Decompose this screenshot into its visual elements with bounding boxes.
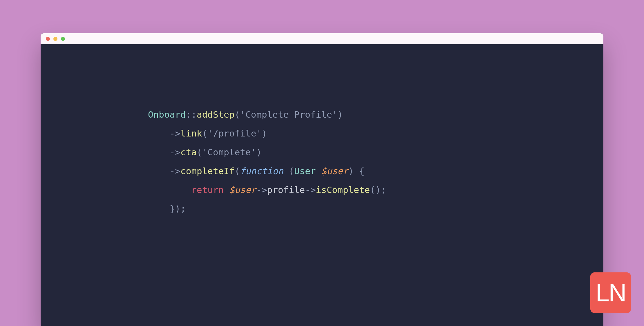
- token-quote: ': [256, 128, 262, 139]
- code-line: Onboard::addStep('Complete Profile'): [148, 109, 343, 120]
- token-return: return: [191, 185, 224, 195]
- token-arrow: ->: [170, 166, 180, 176]
- token-property: profile: [267, 185, 305, 195]
- token-semi: ;: [180, 203, 186, 214]
- token-brace: }: [170, 203, 175, 214]
- token-quote: ': [332, 109, 338, 120]
- token-string: Complete Profile: [245, 109, 332, 120]
- code-line: });: [148, 203, 186, 214]
- token-method: addStep: [197, 109, 235, 120]
- token-class: Onboard: [148, 109, 186, 120]
- token-call: isComplete: [316, 185, 370, 195]
- token-quote: ': [202, 147, 208, 157]
- token-paren: (: [370, 185, 375, 195]
- token-indent: [148, 166, 170, 176]
- token-brace: {: [359, 166, 365, 176]
- maximize-icon[interactable]: [61, 37, 65, 41]
- token-paren: ): [348, 166, 354, 176]
- token-paren: ): [337, 109, 343, 120]
- token-quote: ': [251, 147, 256, 157]
- code-line: ->completeIf(function (User $user) {: [148, 166, 365, 176]
- token-arrow: ->: [256, 185, 267, 195]
- window-titlebar: [41, 33, 603, 44]
- token-paren: (: [235, 109, 240, 120]
- token-quote: ': [240, 109, 245, 120]
- token-semi: ;: [381, 185, 386, 195]
- token-variable: $user: [229, 185, 256, 195]
- token-arrow: ->: [305, 185, 316, 195]
- token-space: [224, 185, 229, 195]
- token-paren: (: [289, 166, 294, 176]
- code-block: Onboard::addStep('Complete Profile') ->l…: [41, 44, 603, 218]
- token-operator: ::: [186, 109, 197, 120]
- token-indent: [148, 147, 170, 157]
- code-line: return $user->profile->isComplete();: [148, 185, 386, 195]
- token-space: [354, 166, 359, 176]
- brand-logo: LN: [590, 272, 631, 313]
- token-paren: (: [235, 166, 240, 176]
- token-paren: ): [375, 185, 381, 195]
- close-icon[interactable]: [46, 37, 50, 41]
- token-method: link: [180, 128, 202, 139]
- token-space: [283, 166, 289, 176]
- token-keyword: function: [240, 166, 283, 176]
- token-method: completeIf: [180, 166, 235, 176]
- token-paren: ): [256, 147, 262, 157]
- token-indent: [148, 203, 170, 214]
- editor-window: Onboard::addStep('Complete Profile') ->l…: [41, 33, 603, 326]
- token-paren: ): [175, 203, 180, 214]
- code-line: ->link('/profile'): [148, 128, 267, 139]
- minimize-icon[interactable]: [53, 37, 57, 41]
- token-indent: [148, 185, 191, 195]
- token-paren: (: [202, 128, 208, 139]
- token-arrow: ->: [170, 128, 180, 139]
- token-paren: ): [262, 128, 267, 139]
- token-string: Complete: [207, 147, 251, 157]
- token-variable: $user: [321, 166, 348, 176]
- token-type: User: [294, 166, 316, 176]
- code-line: ->cta('Complete'): [148, 147, 262, 157]
- token-method: cta: [180, 147, 197, 157]
- token-quote: ': [207, 128, 213, 139]
- token-string: /profile: [213, 128, 256, 139]
- token-space: [316, 166, 321, 176]
- token-indent: [148, 128, 170, 139]
- token-paren: (: [197, 147, 202, 157]
- token-arrow: ->: [170, 147, 180, 157]
- brand-logo-text: LN: [596, 280, 626, 305]
